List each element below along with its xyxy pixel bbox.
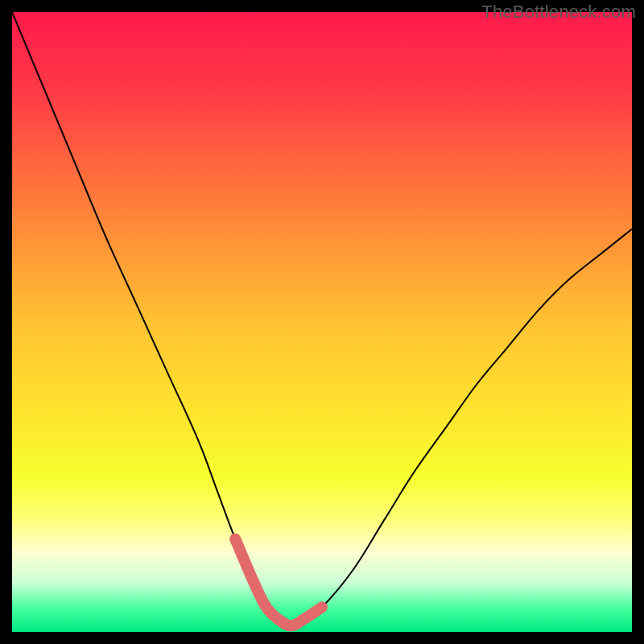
bottleneck-chart xyxy=(12,12,632,632)
chart-frame xyxy=(12,12,632,632)
watermark-text: TheBottleneck.com xyxy=(481,2,636,23)
chart-background xyxy=(12,12,632,632)
